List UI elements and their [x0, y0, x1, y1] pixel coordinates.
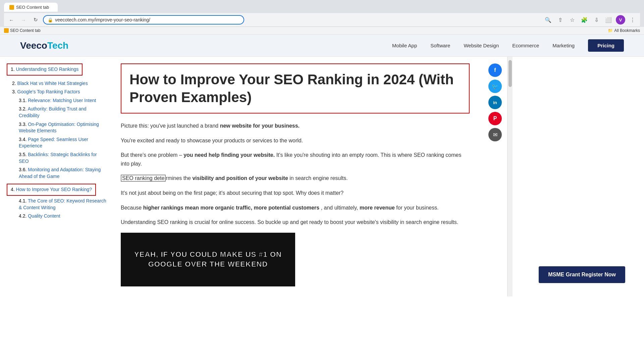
social-pinterest-button[interactable]: P: [488, 112, 502, 125]
address-bar[interactable]: [55, 17, 239, 22]
toc-item-32: 3.2. Authority: Building Trust and Credi…: [19, 106, 107, 119]
avatar[interactable]: V: [616, 15, 625, 25]
logo-veeco: Veeco: [20, 40, 47, 51]
linkedin-icon: in: [493, 100, 497, 105]
toc-link-34[interactable]: Page Speed: Seamless User Experience: [19, 137, 88, 149]
reload-button[interactable]: ↻: [31, 15, 40, 25]
menu-icon[interactable]: ⋮: [628, 15, 637, 25]
para-6-bold2: more revenue: [360, 205, 395, 211]
back-button[interactable]: ←: [7, 15, 16, 25]
para-4-mid: rmines the: [166, 175, 192, 181]
toc-num-41: 4.1.: [19, 198, 28, 203]
bookmark-star-icon[interactable]: ☆: [568, 15, 577, 25]
tab-label: SEO Content tab: [16, 5, 49, 10]
nav-website-design[interactable]: Website Design: [464, 43, 499, 48]
para-2: You're excited and ready to showcase you…: [121, 136, 470, 145]
para-6-before: Because: [121, 205, 143, 211]
toc-item-31: 3.1. Relevance: Matching User Intent: [19, 97, 107, 104]
toc-num-2: 2.: [12, 81, 17, 86]
tab-favicon: [9, 5, 14, 10]
window-icon[interactable]: ⬜: [604, 15, 613, 25]
toc-item-3: 3. Google's Top Ranking Factors: [12, 89, 107, 95]
toc-link-31[interactable]: Relevance: Matching User Intent: [28, 98, 96, 103]
site-header: VeecoTech Mobile App Software Website De…: [0, 35, 644, 57]
para-4: SEO ranking determines the visibility an…: [121, 174, 470, 183]
toc-link-33[interactable]: On-Page Optimisation: Optimising Website…: [19, 122, 99, 134]
extensions-icon[interactable]: 🧩: [580, 15, 589, 25]
toc-link-36[interactable]: Monitoring and Adaptation: Staying Ahead…: [19, 167, 101, 179]
meme-text: YEAH, IF YOU COULD MAKE US #1 ON GOOGLE …: [121, 250, 295, 269]
toc-num-36: 3.6.: [19, 167, 28, 172]
toc-num-42: 4.2.: [19, 213, 28, 219]
main-content: 1. Understanding SEO Rankings 2. Black H…: [0, 57, 644, 297]
nav-marketing[interactable]: Marketing: [552, 43, 575, 48]
toc-item-1: 1. Understanding SEO Rankings: [7, 63, 107, 78]
social-email-button[interactable]: ✉: [488, 128, 502, 141]
seo-rank-inline: SEO ranking dete: [121, 175, 166, 182]
share-icon[interactable]: ⇧: [555, 15, 565, 25]
browser-controls: ← → ↻ 🔒 🔍 ⇧ ☆ 🧩 ⇩ ⬜ V ⋮: [4, 13, 640, 27]
lock-icon: 🔒: [48, 17, 53, 22]
facebook-icon: f: [494, 67, 496, 73]
toc-item-42: 4.2. Quality Content: [19, 213, 107, 220]
search-icon[interactable]: 🔍: [543, 15, 553, 25]
toc-num-31: 3.1.: [19, 98, 28, 103]
para-5-text: It's not just about being on the first p…: [121, 190, 343, 196]
download-icon[interactable]: ⇩: [592, 15, 601, 25]
para-1-bold: new website for your business.: [220, 123, 300, 129]
social-linkedin-button[interactable]: in: [488, 96, 502, 109]
toc-link-41[interactable]: The Core of SEO: Keyword Research & Cont…: [19, 198, 106, 210]
toc-link-35[interactable]: Backlinks: Strategic Backlinks for SEO: [19, 152, 97, 164]
bookmark-folder-icon: 📁: [608, 28, 613, 33]
nav-ecommerce[interactable]: Ecommerce: [512, 43, 539, 48]
para-5: It's not just about being on the first p…: [121, 189, 470, 197]
toc-link-3[interactable]: Google's Top Ranking Factors: [17, 89, 80, 94]
meme-image: YEAH, IF YOU COULD MAKE US #1 ON GOOGLE …: [121, 233, 295, 286]
site-nav: Mobile App Software Website Design Ecomm…: [392, 39, 624, 52]
toc-link-32[interactable]: Authority: Building Trust and Credibilit…: [19, 106, 87, 118]
toc-link-42[interactable]: Quality Content: [28, 213, 60, 219]
scrollbar-thumb[interactable]: [508, 60, 512, 87]
nav-pricing[interactable]: Pricing: [588, 39, 624, 52]
para-1-before: Picture this: you've just launched a bra…: [121, 123, 220, 129]
bookmark-label: SEO Content tab: [10, 28, 41, 33]
toc-link-1[interactable]: Understanding SEO Rankings: [16, 66, 79, 72]
para-4-end: in search engine results.: [288, 175, 348, 181]
social-twitter-button[interactable]: 🐦: [488, 80, 502, 93]
para-7: Understanding SEO ranking is crucial for…: [121, 218, 470, 227]
all-bookmarks-label: All Bookmarks: [614, 28, 640, 33]
toc-num-35: 3.5.: [19, 152, 28, 157]
para-6-end: for your business.: [396, 205, 438, 211]
toc-num-32: 3.2.: [19, 106, 28, 111]
msme-grant-banner[interactable]: MSME Grant Register Now: [539, 266, 625, 283]
para-1: Picture this: you've just launched a bra…: [121, 122, 470, 130]
social-sidebar: f 🐦 in P ✉: [483, 57, 507, 297]
para-3: But there's one problem – you need help …: [121, 151, 470, 168]
bookmark-favicon: [4, 28, 9, 33]
pinterest-icon: P: [493, 116, 497, 122]
article-title: How to Improve Your SEO Ranking in 2024 …: [129, 71, 461, 106]
toc-num-34: 3.4.: [19, 137, 28, 142]
toc-link-4[interactable]: How to Improve Your SEO Ranking?: [16, 187, 92, 192]
bookmark-seo[interactable]: SEO Content tab: [4, 28, 41, 33]
toc-num-3: 3.: [12, 89, 17, 94]
browser-chrome: SEO Content tab ← → ↻ 🔒 🔍 ⇧ ☆ 🧩 ⇩ ⬜ V ⋮: [0, 0, 644, 35]
toc-link-2[interactable]: Black Hat vs White Hat Strategies: [17, 81, 88, 86]
para-4-bold: visibility and position of your website: [192, 175, 288, 181]
browser-tab[interactable]: SEO Content tab: [4, 3, 58, 12]
site-logo[interactable]: VeecoTech: [20, 40, 68, 51]
toc-num-4: 4.: [11, 187, 16, 192]
toc-sidebar: 1. Understanding SEO Rankings 2. Black H…: [0, 57, 114, 297]
toc-num-33: 3.3.: [19, 122, 28, 127]
forward-button[interactable]: →: [19, 15, 28, 25]
nav-software[interactable]: Software: [430, 43, 450, 48]
para-6: Because higher rankings mean more organi…: [121, 203, 470, 212]
nav-mobile-app[interactable]: Mobile App: [392, 43, 417, 48]
toc-item-41: 4.1. The Core of SEO: Keyword Research &…: [19, 198, 107, 211]
para-6-mid: , and ultimately,: [321, 205, 360, 211]
social-facebook-button[interactable]: f: [488, 63, 502, 77]
scrollbar-track[interactable]: [507, 57, 513, 297]
para-6-bold1: higher rankings mean more organic traffi…: [143, 205, 319, 211]
all-bookmarks[interactable]: 📁 All Bookmarks: [608, 28, 640, 33]
toc-item-4: 4. How to Improve Your SEO Ranking?: [7, 182, 107, 196]
